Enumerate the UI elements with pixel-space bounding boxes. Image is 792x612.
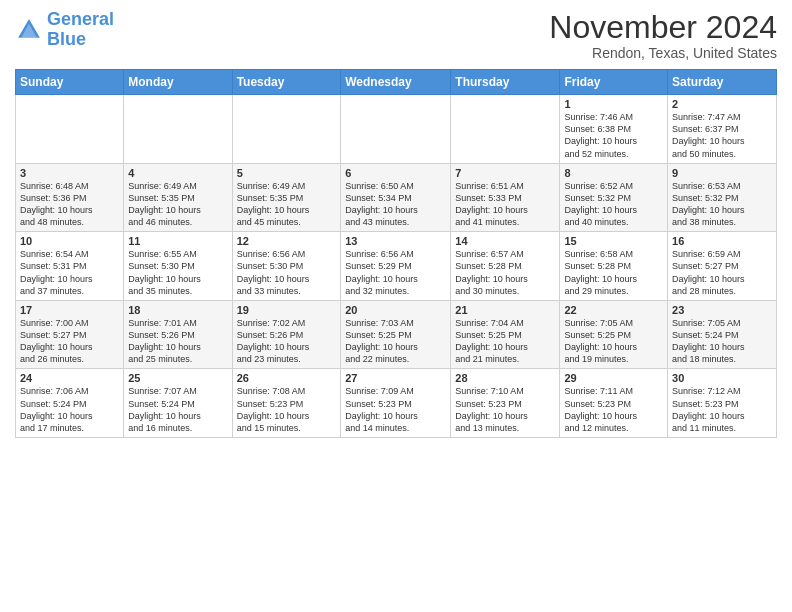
day-info: Sunrise: 6:55 AM Sunset: 5:30 PM Dayligh… — [128, 248, 227, 297]
calendar-day-cell: 27Sunrise: 7:09 AM Sunset: 5:23 PM Dayli… — [341, 369, 451, 438]
month-year-title: November 2024 — [549, 10, 777, 45]
day-number: 30 — [672, 372, 772, 384]
day-info: Sunrise: 6:57 AM Sunset: 5:28 PM Dayligh… — [455, 248, 555, 297]
day-info: Sunrise: 7:03 AM Sunset: 5:25 PM Dayligh… — [345, 317, 446, 366]
day-info: Sunrise: 6:49 AM Sunset: 5:35 PM Dayligh… — [128, 180, 227, 229]
weekday-header-wednesday: Wednesday — [341, 70, 451, 95]
calendar-week-2: 3Sunrise: 6:48 AM Sunset: 5:36 PM Daylig… — [16, 163, 777, 232]
day-number: 1 — [564, 98, 663, 110]
day-number: 18 — [128, 304, 227, 316]
day-info: Sunrise: 6:59 AM Sunset: 5:27 PM Dayligh… — [672, 248, 772, 297]
day-info: Sunrise: 6:53 AM Sunset: 5:32 PM Dayligh… — [672, 180, 772, 229]
logo-blue: Blue — [47, 29, 86, 49]
day-number: 13 — [345, 235, 446, 247]
day-info: Sunrise: 6:58 AM Sunset: 5:28 PM Dayligh… — [564, 248, 663, 297]
calendar-day-cell: 24Sunrise: 7:06 AM Sunset: 5:24 PM Dayli… — [16, 369, 124, 438]
day-number: 20 — [345, 304, 446, 316]
calendar-day-cell — [124, 95, 232, 164]
day-info: Sunrise: 7:05 AM Sunset: 5:24 PM Dayligh… — [672, 317, 772, 366]
calendar-body: 1Sunrise: 7:46 AM Sunset: 6:38 PM Daylig… — [16, 95, 777, 438]
calendar-week-5: 24Sunrise: 7:06 AM Sunset: 5:24 PM Dayli… — [16, 369, 777, 438]
calendar-day-cell: 2Sunrise: 7:47 AM Sunset: 6:37 PM Daylig… — [668, 95, 777, 164]
calendar-day-cell: 1Sunrise: 7:46 AM Sunset: 6:38 PM Daylig… — [560, 95, 668, 164]
calendar-day-cell: 29Sunrise: 7:11 AM Sunset: 5:23 PM Dayli… — [560, 369, 668, 438]
calendar-day-cell: 4Sunrise: 6:49 AM Sunset: 5:35 PM Daylig… — [124, 163, 232, 232]
day-info: Sunrise: 7:05 AM Sunset: 5:25 PM Dayligh… — [564, 317, 663, 366]
day-info: Sunrise: 6:54 AM Sunset: 5:31 PM Dayligh… — [20, 248, 119, 297]
day-number: 28 — [455, 372, 555, 384]
weekday-header-saturday: Saturday — [668, 70, 777, 95]
calendar-day-cell: 22Sunrise: 7:05 AM Sunset: 5:25 PM Dayli… — [560, 300, 668, 369]
day-number: 21 — [455, 304, 555, 316]
calendar-day-cell — [16, 95, 124, 164]
day-info: Sunrise: 6:51 AM Sunset: 5:33 PM Dayligh… — [455, 180, 555, 229]
day-info: Sunrise: 7:08 AM Sunset: 5:23 PM Dayligh… — [237, 385, 337, 434]
day-info: Sunrise: 7:12 AM Sunset: 5:23 PM Dayligh… — [672, 385, 772, 434]
day-info: Sunrise: 6:56 AM Sunset: 5:29 PM Dayligh… — [345, 248, 446, 297]
day-number: 8 — [564, 167, 663, 179]
calendar-day-cell: 26Sunrise: 7:08 AM Sunset: 5:23 PM Dayli… — [232, 369, 341, 438]
calendar-day-cell: 9Sunrise: 6:53 AM Sunset: 5:32 PM Daylig… — [668, 163, 777, 232]
day-number: 24 — [20, 372, 119, 384]
day-number: 7 — [455, 167, 555, 179]
day-number: 16 — [672, 235, 772, 247]
day-number: 27 — [345, 372, 446, 384]
calendar-day-cell: 10Sunrise: 6:54 AM Sunset: 5:31 PM Dayli… — [16, 232, 124, 301]
day-number: 3 — [20, 167, 119, 179]
day-info: Sunrise: 6:50 AM Sunset: 5:34 PM Dayligh… — [345, 180, 446, 229]
calendar-day-cell: 20Sunrise: 7:03 AM Sunset: 5:25 PM Dayli… — [341, 300, 451, 369]
weekday-header-sunday: Sunday — [16, 70, 124, 95]
day-info: Sunrise: 7:06 AM Sunset: 5:24 PM Dayligh… — [20, 385, 119, 434]
day-info: Sunrise: 7:00 AM Sunset: 5:27 PM Dayligh… — [20, 317, 119, 366]
calendar-week-1: 1Sunrise: 7:46 AM Sunset: 6:38 PM Daylig… — [16, 95, 777, 164]
day-info: Sunrise: 7:46 AM Sunset: 6:38 PM Dayligh… — [564, 111, 663, 160]
calendar-day-cell: 21Sunrise: 7:04 AM Sunset: 5:25 PM Dayli… — [451, 300, 560, 369]
calendar-day-cell — [341, 95, 451, 164]
calendar-day-cell: 13Sunrise: 6:56 AM Sunset: 5:29 PM Dayli… — [341, 232, 451, 301]
calendar-day-cell: 7Sunrise: 6:51 AM Sunset: 5:33 PM Daylig… — [451, 163, 560, 232]
calendar-day-cell — [232, 95, 341, 164]
calendar-day-cell: 14Sunrise: 6:57 AM Sunset: 5:28 PM Dayli… — [451, 232, 560, 301]
calendar-day-cell — [451, 95, 560, 164]
day-info: Sunrise: 6:48 AM Sunset: 5:36 PM Dayligh… — [20, 180, 119, 229]
page: General Blue November 2024 Rendon, Texas… — [0, 0, 792, 448]
day-number: 11 — [128, 235, 227, 247]
calendar-day-cell: 3Sunrise: 6:48 AM Sunset: 5:36 PM Daylig… — [16, 163, 124, 232]
calendar-day-cell: 17Sunrise: 7:00 AM Sunset: 5:27 PM Dayli… — [16, 300, 124, 369]
calendar-header-row: SundayMondayTuesdayWednesdayThursdayFrid… — [16, 70, 777, 95]
day-number: 15 — [564, 235, 663, 247]
day-info: Sunrise: 7:02 AM Sunset: 5:26 PM Dayligh… — [237, 317, 337, 366]
day-info: Sunrise: 6:52 AM Sunset: 5:32 PM Dayligh… — [564, 180, 663, 229]
day-number: 2 — [672, 98, 772, 110]
calendar-day-cell: 28Sunrise: 7:10 AM Sunset: 5:23 PM Dayli… — [451, 369, 560, 438]
logo-general: General — [47, 9, 114, 29]
day-number: 22 — [564, 304, 663, 316]
day-info: Sunrise: 7:09 AM Sunset: 5:23 PM Dayligh… — [345, 385, 446, 434]
weekday-header-monday: Monday — [124, 70, 232, 95]
title-block: November 2024 Rendon, Texas, United Stat… — [549, 10, 777, 61]
day-number: 5 — [237, 167, 337, 179]
calendar-day-cell: 16Sunrise: 6:59 AM Sunset: 5:27 PM Dayli… — [668, 232, 777, 301]
calendar-day-cell: 11Sunrise: 6:55 AM Sunset: 5:30 PM Dayli… — [124, 232, 232, 301]
weekday-header-tuesday: Tuesday — [232, 70, 341, 95]
day-number: 19 — [237, 304, 337, 316]
day-info: Sunrise: 7:11 AM Sunset: 5:23 PM Dayligh… — [564, 385, 663, 434]
logo: General Blue — [15, 10, 114, 50]
calendar-day-cell: 30Sunrise: 7:12 AM Sunset: 5:23 PM Dayli… — [668, 369, 777, 438]
day-number: 4 — [128, 167, 227, 179]
calendar-day-cell: 19Sunrise: 7:02 AM Sunset: 5:26 PM Dayli… — [232, 300, 341, 369]
day-info: Sunrise: 6:49 AM Sunset: 5:35 PM Dayligh… — [237, 180, 337, 229]
day-number: 14 — [455, 235, 555, 247]
calendar-day-cell: 12Sunrise: 6:56 AM Sunset: 5:30 PM Dayli… — [232, 232, 341, 301]
day-number: 25 — [128, 372, 227, 384]
day-number: 9 — [672, 167, 772, 179]
logo-text: General Blue — [47, 10, 114, 50]
calendar-day-cell: 5Sunrise: 6:49 AM Sunset: 5:35 PM Daylig… — [232, 163, 341, 232]
calendar-day-cell: 15Sunrise: 6:58 AM Sunset: 5:28 PM Dayli… — [560, 232, 668, 301]
day-number: 6 — [345, 167, 446, 179]
day-number: 17 — [20, 304, 119, 316]
day-info: Sunrise: 7:10 AM Sunset: 5:23 PM Dayligh… — [455, 385, 555, 434]
logo-icon — [15, 16, 43, 44]
day-number: 29 — [564, 372, 663, 384]
calendar-day-cell: 8Sunrise: 6:52 AM Sunset: 5:32 PM Daylig… — [560, 163, 668, 232]
